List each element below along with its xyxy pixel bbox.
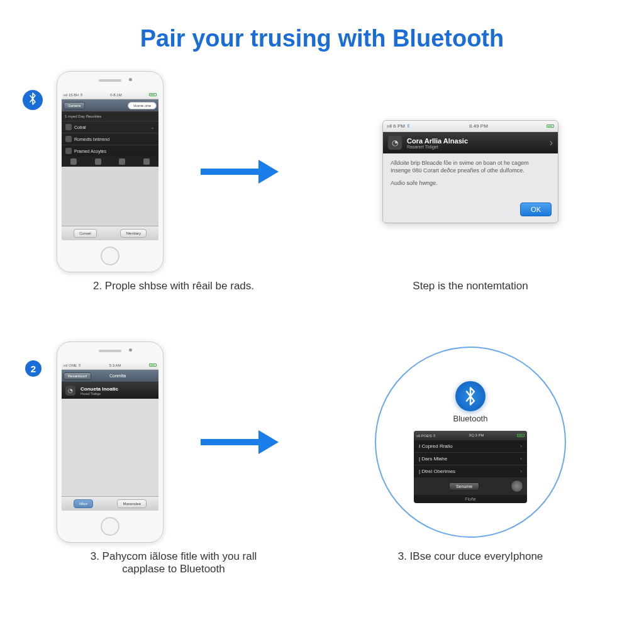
battery-icon [517, 434, 525, 437]
panel-title: 1 myed Day Reovities [62, 112, 158, 121]
battery-icon [149, 364, 157, 367]
bottom-toolbar: Hbur Manendea [62, 496, 158, 511]
arrow-right-icon [164, 156, 316, 187]
item-icon [65, 136, 72, 142]
toolbar-button[interactable]: Manendea [117, 499, 146, 508]
panel-header[interactable]: ◔ Conueta Inoatic Hsoed Ttaiitge [62, 382, 158, 399]
list-item[interactable]: | Dars Mlahe› [414, 452, 527, 465]
step-1: ıııl 15.8H ⥣ 0.8.1M Genera Home one 1 my… [31, 71, 316, 329]
chevron-right-icon: › [520, 456, 522, 462]
ok-button[interactable]: OK [520, 203, 552, 216]
battery-icon [149, 93, 157, 96]
car-head-unit: ııll POĐS ⥣ 0Q.3 PM I Copred Rralio› | D… [414, 431, 527, 503]
phone-mock-2: ıııl ONE ⥣ 5:3 AM Resantiocrl Conmita ◔ … [57, 341, 164, 543]
step-caption: 3. IBse cour duce everyIphone [398, 550, 543, 563]
step-caption: Step is the nontemtation [413, 280, 528, 292]
bottom-toolbar: Consel Nieritiary [62, 226, 158, 240]
bluetooth-badge-icon [23, 90, 43, 110]
list-item[interactable]: I Copred Rralio› [414, 440, 527, 452]
step-number-badge: 2 [25, 360, 42, 377]
confirmation-dialog: ııll 6 PM ⥣ 8.49 PM ◔ Cora Arllia Alnasi… [382, 120, 558, 223]
dialog-subtitle: Rasarert Tldiget [407, 145, 545, 149]
step-caption: 3. Pahycom iãlose fitle with you rall ca… [73, 550, 274, 575]
list-item[interactable]: Cotral⌄ [62, 121, 158, 133]
list-item[interactable]: Romedts bntrrend [62, 133, 158, 145]
dialog-body: Alldoite brip Bleacde fôe in svime on bo… [383, 153, 558, 198]
page-title: Pair your trusing with Bluetooth [0, 0, 644, 52]
control-knob[interactable] [511, 480, 523, 492]
status-bar: ııll POĐS ⥣ 0Q.3 PM [414, 431, 527, 440]
bluetooth-icon [28, 92, 38, 109]
chevron-down-icon: ⌄ [150, 125, 155, 130]
car-icon: ◔ [65, 386, 75, 396]
item-icon [65, 148, 72, 154]
nav-bar: Genera Home one [62, 99, 158, 112]
nav-bar: Resantiocrl Conmita [62, 370, 158, 382]
chevron-right-icon: › [520, 469, 522, 474]
battery-icon [547, 125, 554, 128]
home-button[interactable] [101, 247, 119, 265]
steps-grid: ıııl 15.8H ⥣ 0.8.1M Genera Home one 1 my… [0, 52, 644, 618]
nav-title: Conmita [109, 374, 126, 378]
dialog-header[interactable]: ◔ Cora Arllia Alnasic Rasarert Tldiget › [383, 132, 558, 153]
nav-back-button[interactable]: Genera [64, 102, 85, 109]
tab-row [62, 157, 158, 167]
dialog-title: Cora Arllia Alnasic [407, 137, 545, 145]
item-icon [65, 124, 72, 130]
nav-back-button[interactable]: Resantiocrl [64, 372, 91, 380]
bluetooth-icon [455, 381, 486, 411]
step-2: 2 ıııl ONE ⥣ 5:3 AM Resantiocrl Conmita [31, 341, 316, 599]
action-button[interactable]: Senume [449, 482, 479, 491]
status-bar: ıııl ONE ⥣ 5:3 AM [62, 361, 158, 370]
toolbar-button[interactable]: Hbur [74, 499, 93, 508]
step-dialog: ııll 6 PM ⥣ 8.49 PM ◔ Cora Arllia Alnasi… [328, 71, 613, 329]
arrow-right-icon [164, 426, 316, 458]
car-icon: ◔ [388, 136, 402, 150]
panel-title: Conueta Inoatic [80, 386, 155, 392]
panel-subtitle: Hsoed Ttaiitge [80, 392, 155, 396]
home-button[interactable] [101, 517, 119, 536]
phone-mock-1: ıııl 15.8H ⥣ 0.8.1M Genera Home one 1 my… [57, 71, 164, 272]
chevron-right-icon: › [550, 137, 553, 148]
step-device: Bluetooth ııll POĐS ⥣ 0Q.3 PM I Copred R… [328, 341, 613, 599]
list-item[interactable]: | Dtrel Oberimes› [414, 465, 527, 477]
step-caption: 2. Prople shbse with rêail be rads. [93, 280, 254, 292]
toolbar-button[interactable]: Nieritiary [120, 229, 147, 238]
device-sub-label: Floñe [414, 495, 527, 503]
chevron-right-icon: › [520, 443, 522, 449]
status-bar: ıııl 15.8H ⥣ 0.8.1M [62, 91, 158, 99]
bluetooth-label: Bluetooth [453, 414, 488, 423]
list-item[interactable]: Pramed Acoytes [62, 145, 158, 157]
nav-pill[interactable]: Home one [128, 102, 157, 109]
status-bar: ııll 6 PM ⥣ 8.49 PM [383, 121, 558, 132]
toolbar-button[interactable]: Consel [74, 229, 97, 238]
